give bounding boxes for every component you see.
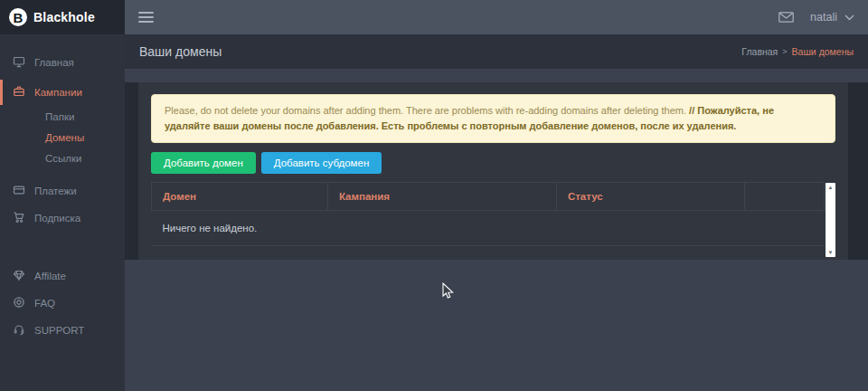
breadcrumb-current: Ваши домены [792, 46, 854, 57]
domains-table: Домен Кампания Статус Ничего не найдено. [151, 182, 825, 246]
page-title: Ваши домены [139, 44, 222, 59]
sidebar-item-label: Affilate [34, 271, 66, 281]
table-row: Ничего не найдено. [152, 211, 825, 246]
warning-alert: Please, do not delete your domains after… [151, 94, 835, 143]
sidebar-item-label: Платежи [34, 186, 77, 196]
domains-table-container: Домен Кампания Статус Ничего не найдено.… [151, 182, 835, 257]
content-area: Please, do not delete your domains after… [125, 82, 868, 260]
chevron-down-icon [844, 11, 854, 24]
sidebar-item-links[interactable]: Ссылки [0, 148, 125, 169]
sidebar-item-subscription[interactable]: Подписка [0, 205, 125, 232]
column-header-campaign[interactable]: Кампания [327, 183, 556, 211]
page-header: Ваши домены Главная > Ваши домены [125, 34, 868, 69]
table-scrollbar[interactable]: ▲ ▼ [826, 183, 835, 257]
sidebar-item-support[interactable]: SUPPORT [0, 317, 125, 344]
mouse-cursor-icon [442, 282, 454, 303]
sidebar-item-campaigns[interactable]: Кампании [0, 80, 125, 105]
username: natali [810, 11, 837, 24]
brand-logo[interactable]: B Blackhole [0, 0, 125, 34]
sidebar-item-label: SUPPORT [34, 325, 84, 336]
sidebar-item-faq[interactable]: FAQ [0, 290, 125, 317]
sidebar-item-payments[interactable]: Платежи [0, 177, 125, 205]
scroll-down-icon[interactable]: ▼ [826, 249, 835, 256]
add-subdomain-button[interactable]: Добавить субдомен [261, 152, 382, 174]
breadcrumb: Главная > Ваши домены [741, 46, 854, 57]
column-header-domain[interactable]: Домен [152, 183, 328, 211]
sidebar-spacer [0, 232, 125, 262]
breadcrumb-separator-icon: > [782, 47, 787, 56]
sidebar-item-affiliate[interactable]: Affilate [0, 262, 125, 290]
breadcrumb-home[interactable]: Главная [741, 46, 778, 57]
menu-toggle-icon[interactable] [138, 9, 154, 25]
app-screen: B Blackhole Главная Кампании [0, 0, 868, 391]
sidebar-item-label: Подписка [34, 213, 80, 224]
sidebar-item-label: Главная [34, 57, 74, 68]
monitor-icon [13, 55, 25, 70]
sidebar-item-label: FAQ [34, 298, 55, 309]
add-domain-button[interactable]: Добавить домен [151, 152, 256, 174]
headset-icon [13, 323, 25, 338]
sidebar: B Blackhole Главная Кампании [0, 0, 125, 391]
briefcase-icon [13, 85, 25, 100]
cart-icon [13, 211, 25, 225]
credit-card-icon [13, 184, 25, 198]
domains-card: Please, do not delete your domains after… [138, 82, 848, 260]
brand-name: Blackhole [33, 10, 95, 24]
actions-row: Добавить домен Добавить субдомен [151, 152, 835, 174]
sidebar-item-folders[interactable]: Папки [0, 107, 125, 128]
brand-logo-icon: B [9, 8, 27, 26]
sidebar-item-label: Кампании [34, 87, 82, 98]
gem-icon [13, 269, 25, 283]
column-header-status[interactable]: Статус [556, 183, 744, 211]
faq-badge-icon [13, 296, 25, 310]
topbar: natali [125, 0, 868, 34]
sidebar-menu: Главная Кампании Папки Домены Ссылки [0, 34, 125, 344]
sidebar-item-home[interactable]: Главная [0, 49, 125, 76]
column-header-actions [745, 183, 825, 211]
mail-icon[interactable] [778, 12, 794, 23]
user-menu[interactable]: natali [810, 11, 854, 24]
empty-state-text: Ничего не найдено. [152, 211, 825, 246]
table-header-row: Домен Кампания Статус [152, 183, 825, 211]
sidebar-item-domains[interactable]: Домены [0, 128, 125, 148]
scroll-up-icon[interactable]: ▲ [826, 184, 835, 191]
alert-text-en: Please, do not delete your domains after… [165, 105, 689, 116]
